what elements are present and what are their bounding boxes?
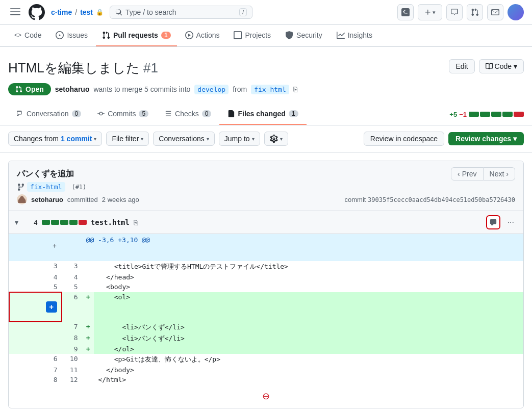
open-pr-icon [15,86,22,93]
code-label: Code [495,62,512,70]
review-codespace-btn[interactable]: Review in codespace [364,132,444,146]
diff-sign [82,354,94,365]
source-branch-tag[interactable]: fix-html [251,85,289,94]
old-line-num[interactable] [9,344,62,354]
next-file-btn[interactable]: Next › [484,167,515,181]
projects-icon [234,31,242,39]
repo-nav-code[interactable]: <> Code [8,25,47,46]
settings-filter[interactable]: ▾ [264,132,288,146]
new-line-num[interactable]: 4 [62,272,82,282]
tab-checks-count: 0 [202,110,212,117]
new-line-num[interactable]: 10 [62,354,82,365]
new-line-num[interactable]: 5 [62,282,82,292]
file-filter-chevron: ▾ [141,136,143,142]
repo-nav-issues[interactable]: Issues [49,25,93,46]
inbox-icon-btn[interactable] [446,4,463,20]
new-line-num[interactable]: 6 [62,292,82,322]
gear-icon [270,135,278,143]
terminal-icon-btn[interactable] [397,4,414,20]
comment-icon-btn[interactable] [486,215,500,229]
tab-conversation[interactable]: Conversation 0 [8,104,89,125]
conversations-label: Conversations [159,135,205,143]
plus-menu-btn[interactable]: ▾ [418,4,442,20]
collapse-diff-icon[interactable]: ⊖ [262,391,270,401]
changes-from-filter[interactable]: Changes from 1 commit ▾ [8,132,102,146]
jump-to-filter[interactable]: Jump to ▾ [219,132,260,146]
old-line-num[interactable]: + [9,292,62,322]
prev-file-btn[interactable]: ‹ Prev [451,167,483,181]
repo-link[interactable]: test [80,8,93,16]
files-toolbar: Changes from 1 commit ▾ File filter ▾ Co… [0,125,532,152]
mail-icon-btn[interactable] [487,4,503,20]
old-line-num[interactable]: 7 [9,365,62,375]
old-line-num[interactable]: 8 [9,375,62,384]
diff-bottom: ⊖ [9,384,523,408]
repo-nav-pullrequests[interactable]: Pull requests 1 [96,25,177,46]
new-line-num[interactable]: 8 [62,333,82,344]
old-line-num[interactable] [9,322,62,333]
diff-stat-add: +5 [449,111,457,118]
commit-info-panel: パンくずを追加 ‹ Prev Next › fix-html (#1) seto… [9,161,523,211]
target-branch-tag[interactable]: develop [194,85,229,94]
diff-line-code: <li>パンくず</li> [94,322,523,333]
add-comment-btn[interactable]: + [46,301,57,313]
collapse-btn[interactable]: ▾ [15,218,18,226]
tab-commits[interactable]: Commits 5 [89,104,157,125]
repo-nav-actions[interactable]: Actions [179,25,226,46]
conversations-filter[interactable]: Conversations ▾ [153,132,215,146]
new-line-num[interactable]: 3 [62,261,82,272]
copy-branch-icon[interactable]: ⎘ [293,85,297,93]
github-logo[interactable] [29,4,45,20]
hunk-expand-icon[interactable] [9,234,62,261]
file-filter-label: File filter [112,135,139,143]
diff-line-code: </body> [94,365,523,375]
user-avatar[interactable] [508,4,524,20]
mini-bar-4 [69,220,78,225]
tab-conversation-count: 0 [72,110,82,117]
code-button[interactable]: Code ▾ [479,59,524,73]
prev-chevron: ‹ [458,170,460,178]
repo-nav-projects[interactable]: Projects [227,25,277,46]
diff-line-code: <body> [94,282,523,292]
new-line-num[interactable]: 12 [62,375,82,384]
commit-count-label: 1 commit [61,135,92,143]
tab-files-changed-count: 1 [289,110,298,117]
pull-request-icon-btn[interactable] [467,4,483,20]
diff-bar [469,112,524,117]
old-line-num[interactable]: 5 [9,282,62,292]
lock-icon: 🔒 [96,9,104,16]
diff-line-code: <title>Gitで管理するHTMLのテストファイル</title> [94,261,523,272]
repo-nav-insights-label: Insights [348,31,372,39]
commit-avatar [17,194,27,204]
table-row: 8 12 </html> [9,375,523,384]
jump-to-label: Jump to [224,135,250,143]
jump-to-chevron: ▾ [252,136,255,142]
old-line-num[interactable]: 6 [9,354,62,365]
search-bar[interactable]: Type / to search / [110,6,252,19]
tab-files-changed[interactable]: Files changed 1 [219,104,306,125]
edit-button[interactable]: Edit [449,59,474,73]
top-nav-right: ▾ [397,4,524,20]
file-copy-icon[interactable]: ⎘ [134,219,138,226]
org-link[interactable]: c-time [51,8,72,16]
repo-nav-insights[interactable]: Insights [331,25,378,46]
repo-nav-security[interactable]: Security [279,25,328,46]
new-line-num[interactable]: 7 [62,322,82,333]
old-line-num[interactable]: 4 [9,272,62,282]
old-line-num[interactable]: 3 [9,261,62,272]
tab-checks[interactable]: Checks 0 [157,104,219,125]
old-line-num[interactable] [9,333,62,344]
file-nav: ‹ Prev Next › [451,167,515,181]
new-line-num[interactable]: 9 [62,344,82,354]
more-btn[interactable]: ··· [504,217,517,228]
hamburger-menu[interactable] [8,5,22,20]
tab-conversation-label: Conversation [27,110,69,118]
diff-sign: + [82,292,94,322]
file-filter-btn[interactable]: File filter ▾ [106,132,149,146]
files-changed-icon [227,110,235,117]
issues-icon [56,31,64,39]
comment-icon [490,219,497,226]
review-changes-btn[interactable]: Review changes ▾ [448,132,524,145]
new-line-num[interactable]: 11 [62,365,82,375]
branch-ref-tag[interactable]: fix-html [27,182,65,192]
